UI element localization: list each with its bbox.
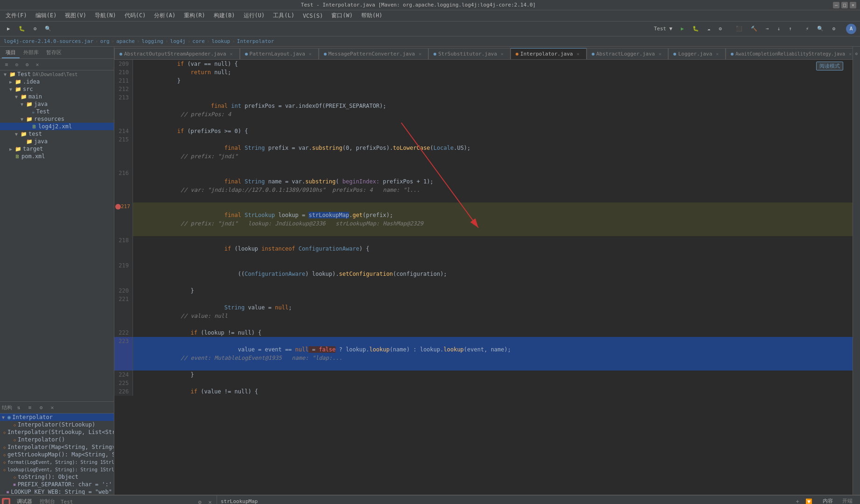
- menu-item-w[interactable]: 窗口(W): [328, 11, 357, 21]
- var-tab-content[interactable]: 内容: [819, 497, 837, 504]
- var-tab-start[interactable]: 开端: [839, 497, 856, 504]
- collapse-all-btn[interactable]: ≡: [2, 60, 11, 69]
- tree-item-pom[interactable]: 🗎 pom.xml: [0, 153, 114, 160]
- structure-method-3[interactable]: ⬦ Interpolator(): [0, 436, 114, 443]
- menu-item-h[interactable]: 帮助(H): [357, 11, 386, 21]
- structure-field-2[interactable]: ▪ LOOKUP_KEY_WEB: String = "web": [0, 488, 114, 495]
- var-filter-btn[interactable]: 🔽: [804, 497, 813, 504]
- toolbar-stop-btn[interactable]: ⬛: [733, 24, 746, 33]
- sidebar-right-btn[interactable]: ⚙: [853, 49, 860, 59]
- tree-item-test-class[interactable]: ☕ Test: [0, 108, 114, 115]
- structure-method-5[interactable]: ⬦ getStrLookupMap(): Map<String, Str...: [0, 451, 114, 458]
- minimize-button[interactable]: —: [833, 2, 839, 8]
- structure-interpolator[interactable]: ▼ ◉ Interpolator: [0, 413, 114, 421]
- tab-PatternLayout[interactable]: PatternLayout.java ✕: [240, 48, 319, 59]
- breadcrumb-org[interactable]: org: [100, 38, 110, 44]
- close-tab-aos[interactable]: ✕: [228, 51, 235, 57]
- toolbar-settings-btn[interactable]: ⚙: [30, 24, 40, 33]
- tab-MessagePatternConverter[interactable]: MessagePatternConverter.java ✕: [319, 48, 428, 59]
- menu-item-v[interactable]: 视图(V): [61, 11, 90, 21]
- structure-filter-btn[interactable]: ≡: [25, 403, 35, 412]
- scroll-from-src-btn[interactable]: ⊙: [12, 60, 21, 69]
- tab-AwaitCompletion[interactable]: AwaitCompletionReliabilityStrategy.java …: [726, 48, 853, 59]
- toolbar-build-btn[interactable]: 🔨: [748, 24, 761, 33]
- breadcrumb-lookup[interactable]: lookup: [211, 38, 230, 44]
- toolbar-extra2[interactable]: 🔍: [814, 24, 827, 33]
- menu-item-b[interactable]: 构建(B): [210, 11, 239, 21]
- breadcrumb-root[interactable]: log4j-core-2.14.0-sources.jar: [4, 38, 93, 44]
- structure-method-7[interactable]: ⬦ lookup(LogEvent, String): String 1Strl…: [0, 466, 114, 473]
- close-tab-pl[interactable]: ✕: [307, 51, 314, 57]
- close-tab-al[interactable]: ✕: [657, 51, 663, 57]
- tree-item-log4j2[interactable]: 🗎 log4j2.xml: [0, 123, 114, 130]
- toolbar-coverage-btn[interactable]: ☁: [704, 24, 714, 33]
- tree-item-resources[interactable]: ▼ 📁 resources: [0, 115, 114, 123]
- tree-item-test[interactable]: ▼ 📁 Test DA\Download\Test: [0, 70, 114, 78]
- toolbar-play-btn[interactable]: ▶: [678, 24, 687, 33]
- toolbar-search-btn[interactable]: 🔍: [42, 24, 55, 33]
- menu-item-r[interactable]: 重构(R): [180, 11, 209, 21]
- tree-item-main[interactable]: ▼ 📁 main: [0, 93, 114, 100]
- debug-close-btn[interactable]: ✕: [205, 497, 215, 504]
- debug-settings-btn[interactable]: ⚙: [195, 497, 204, 504]
- tab-Interpolator[interactable]: Interpolator.java ✕: [510, 48, 587, 59]
- tree-item-target[interactable]: ▶ 📁 target: [0, 145, 114, 153]
- tab-StrSubstitutor[interactable]: StrSubstitutor.java ✕: [428, 48, 510, 59]
- structure-method-2[interactable]: ⬦ Interpolator(StrLookup, List<String>: [0, 428, 114, 436]
- tab-Logger[interactable]: Logger.java ✕: [668, 48, 726, 59]
- structure-method-4[interactable]: ⬦ Interpolator(Map<String, String>: [0, 443, 114, 451]
- debug-tab-console[interactable]: 控制台: [36, 496, 59, 504]
- close-tab-interp[interactable]: ✕: [575, 51, 581, 57]
- debug-tab-debugger[interactable]: 调试器: [13, 496, 36, 504]
- structure-method-8[interactable]: ⬦ toString(): Object: [0, 473, 114, 481]
- toolbar-avatar[interactable]: A: [846, 24, 856, 34]
- toolbar-step-out-btn[interactable]: ↑: [785, 24, 795, 33]
- tab-AbstractLogger[interactable]: AbstractLogger.java ✕: [587, 48, 669, 59]
- tree-item-test-dir[interactable]: ▼ 📁 test: [0, 130, 114, 138]
- structure-method-6[interactable]: ⬦ format(LogEvent, String): String 1Strl…: [0, 458, 114, 466]
- toolbar-extra3[interactable]: ⚙: [829, 24, 839, 33]
- var-add-btn[interactable]: +: [793, 497, 802, 504]
- toolbar-debug2-btn[interactable]: 🐛: [689, 24, 702, 33]
- toolbar-debug-btn[interactable]: 🐛: [15, 24, 28, 33]
- close-tab-ss[interactable]: ✕: [499, 51, 505, 57]
- structure-gear-btn[interactable]: ⚙: [36, 403, 46, 412]
- tree-item-src[interactable]: ▼ 📁 src: [0, 85, 114, 93]
- close-button[interactable]: ✕: [850, 2, 856, 8]
- menu-item-n[interactable]: 导航(N): [91, 11, 120, 21]
- close-tab-mpc[interactable]: ✕: [417, 51, 423, 57]
- structure-method-1[interactable]: ⬦ Interpolator(StrLookup): [0, 421, 114, 428]
- toolbar-more-run-btn[interactable]: ⚙: [715, 24, 725, 33]
- sidebar-tab-scratch[interactable]: 暂存区: [42, 48, 65, 58]
- code-editor[interactable]: 阅读模式 209 if (var == null) { 210 return n…: [114, 60, 853, 495]
- maximize-button[interactable]: □: [841, 2, 848, 8]
- menu-item-c[interactable]: 代码(C): [121, 11, 150, 21]
- structure-sort-btn[interactable]: ⇅: [14, 403, 23, 412]
- tab-AbstractOutputStreamAppender[interactable]: AbstractOutputStreamAppender.java ✕: [114, 48, 240, 59]
- menu-item-vcss[interactable]: VCS(S): [299, 12, 327, 20]
- toolbar-step-into-btn[interactable]: ↓: [774, 24, 784, 33]
- toolbar-extra1[interactable]: ⚡: [803, 24, 812, 33]
- toolbar-config-dropdown[interactable]: Test ▼: [650, 24, 676, 33]
- tree-item-idea[interactable]: ▶ 📁 .idea: [0, 78, 114, 85]
- close-tab-logger[interactable]: ✕: [714, 51, 720, 57]
- gear-icon[interactable]: ⚙: [22, 60, 32, 69]
- close-sidebar-btn[interactable]: ✕: [33, 60, 42, 69]
- structure-field-1[interactable]: ▪ PREFIX_SEPARATOR: char = ':': [0, 481, 114, 488]
- sidebar-tab-extlibs[interactable]: 外部库: [20, 48, 42, 58]
- toolbar-run-btn[interactable]: ▶: [4, 24, 14, 33]
- debug-stop-btn[interactable]: ⬛: [2, 498, 10, 504]
- close-tab-await[interactable]: ✕: [847, 51, 853, 57]
- tree-item-java1[interactable]: ▼ 📁 java: [0, 100, 114, 108]
- menu-item-l[interactable]: 工具(L): [269, 11, 298, 21]
- breadcrumb-logging[interactable]: logging: [142, 38, 163, 44]
- sidebar-tab-project[interactable]: 项目: [2, 48, 20, 58]
- menu-item-f[interactable]: 文件(F): [2, 11, 31, 21]
- breadcrumb-core[interactable]: core: [192, 38, 205, 44]
- breadcrumb-apache[interactable]: apache: [116, 38, 135, 44]
- toolbar-step-over-btn[interactable]: →: [762, 24, 772, 33]
- menu-item-e[interactable]: 编辑(E): [32, 11, 61, 21]
- tree-item-java2[interactable]: 📁 java: [0, 138, 114, 145]
- breadcrumb-log4j[interactable]: log4j: [170, 38, 186, 44]
- menu-item-u[interactable]: 运行(U): [240, 11, 269, 21]
